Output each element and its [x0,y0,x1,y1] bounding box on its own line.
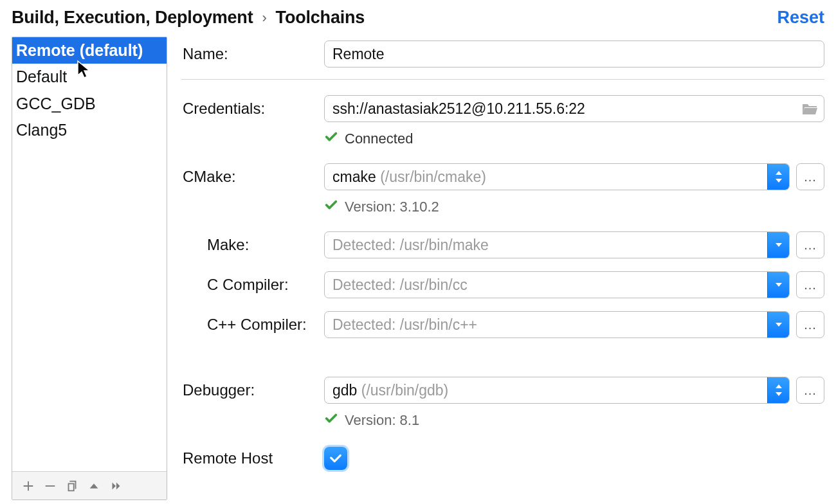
debugger-select[interactable]: gdb (/usr/bin/gdb) [324,377,790,404]
cxx-select[interactable]: Detected: /usr/bin/c++ [324,311,790,338]
toolchain-list-toolbar [12,471,167,500]
row-make: Make: Detected: /usr/bin/make ... [181,231,824,258]
toolchain-form: Name: Remote Credentials: ssh://anastasi… [181,37,824,500]
breadcrumb-parent[interactable]: Build, Execution, Deployment [12,8,253,28]
check-icon [324,198,338,216]
cc-select[interactable]: Detected: /usr/bin/cc [324,271,790,298]
label-cmake: CMake: [181,168,316,186]
updown-icon [767,164,789,190]
status-debugger: Version: 8.1 [324,411,824,429]
status-debugger-text: Version: 8.1 [345,412,419,429]
folder-open-icon [801,102,818,116]
label-remote-host: Remote Host [181,449,316,467]
make-browse-button[interactable]: ... [796,231,824,258]
row-debugger: Debugger: gdb (/usr/bin/gdb) ... [181,377,824,404]
name-field-text: Remote [332,46,385,63]
credentials-text: ssh://anastasiak2512@10.211.55.6:22 [332,100,795,118]
label-credentials: Credentials: [181,100,316,118]
check-icon [324,411,338,429]
remote-host-checkbox[interactable] [324,447,347,470]
debugger-browse-button[interactable]: ... [796,377,824,404]
debugger-value: gdb [332,382,357,399]
make-placeholder: Detected: /usr/bin/make [332,237,489,253]
chevron-down-icon [767,312,789,338]
status-cmake: Version: 3.10.2 [324,198,824,216]
status-cmake-text: Version: 3.10.2 [345,199,439,215]
chevron-down-icon [767,232,789,258]
cmake-browse-button[interactable]: ... [796,163,824,190]
label-debugger: Debugger: [181,381,316,399]
cmake-select[interactable]: cmake (/usr/bin/cmake) [324,163,790,190]
minus-icon [43,479,57,493]
status-credentials-text: Connected [345,130,413,147]
updown-icon [767,377,789,403]
triangle-up-icon [87,479,101,493]
add-button[interactable] [19,476,38,496]
toolchain-list-panel: Remote (default) Default GCC_GDB Clang5 [12,37,167,500]
label-make: Make: [181,236,316,254]
row-cc: C Compiler: Detected: /usr/bin/cc ... [181,271,824,298]
chevrons-right-icon [109,479,123,493]
toolchain-item-gccgdb[interactable]: GCC_GDB [12,91,167,117]
toolchain-item-remote[interactable]: Remote (default) [12,37,167,64]
cc-browse-button[interactable]: ... [796,271,824,298]
copy-icon [65,479,79,493]
cxx-placeholder: Detected: /usr/bin/c++ [332,316,477,333]
more-actions-button[interactable] [106,476,125,496]
separator [181,79,824,80]
row-cxx: C++ Compiler: Detected: /usr/bin/c++ ... [181,311,824,338]
check-icon [324,130,338,148]
row-remote-host: Remote Host [181,445,824,472]
make-select[interactable]: Detected: /usr/bin/make [324,231,790,258]
breadcrumb-row: Build, Execution, Deployment › Toolchain… [12,4,824,37]
name-field[interactable]: Remote [324,40,824,68]
browse-credentials-button[interactable] [795,96,824,122]
settings-panel: Build, Execution, Deployment › Toolchain… [0,0,836,504]
label-name: Name: [181,45,316,63]
row-name: Name: Remote [181,40,824,68]
chevron-right-icon: › [262,10,266,26]
cxx-browse-button[interactable]: ... [796,311,824,338]
debugger-hint: (/usr/bin/gdb) [361,382,449,399]
reset-button[interactable]: Reset [777,8,824,28]
cmake-value: cmake [332,168,376,185]
plus-icon [21,479,35,493]
breadcrumb: Build, Execution, Deployment › Toolchain… [12,8,365,28]
credentials-field[interactable]: ssh://anastasiak2512@10.211.55.6:22 [324,95,824,122]
status-credentials: Connected [324,130,824,148]
check-icon [329,451,343,465]
toolchain-item-default[interactable]: Default [12,64,167,90]
breadcrumb-current: Toolchains [276,8,365,28]
cmake-hint: (/usr/bin/cmake) [380,168,486,185]
remove-button[interactable] [41,476,60,496]
row-cmake: CMake: cmake (/usr/bin/cmake) ... [181,163,824,190]
main-columns: Remote (default) Default GCC_GDB Clang5 [12,37,824,500]
label-cc: C Compiler: [181,276,316,294]
toolchain-item-clang5[interactable]: Clang5 [12,117,167,143]
toolchain-list[interactable]: Remote (default) Default GCC_GDB Clang5 [12,37,167,471]
move-up-button[interactable] [84,476,104,496]
copy-button[interactable] [62,476,82,496]
chevron-down-icon [767,272,789,298]
label-cxx: C++ Compiler: [181,316,316,334]
row-credentials: Credentials: ssh://anastasiak2512@10.211… [181,95,824,122]
cc-placeholder: Detected: /usr/bin/cc [332,276,468,293]
